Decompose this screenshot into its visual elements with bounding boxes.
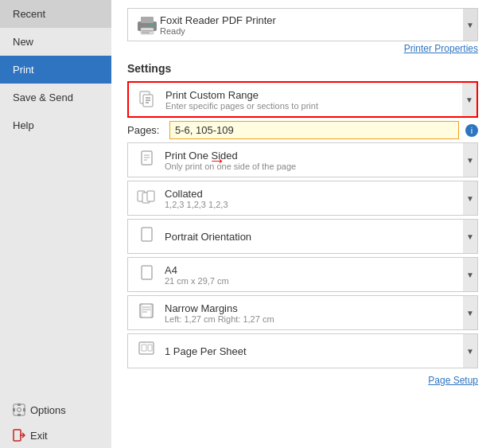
setting-print-sided[interactable]: Print One Sided Only print on one side o… [127,142,478,177]
setting-collated-subtitle: 1,2,3 1,2,3 1,2,3 [165,200,460,209]
svg-rect-28 [140,304,153,317]
svg-rect-4 [13,408,15,411]
sidebar-item-options[interactable]: Options [0,397,111,423]
printer-info: Foxit Reader PDF Printer Ready [160,14,460,36]
gear-icon [13,403,25,416]
svg-rect-5 [23,408,25,411]
svg-rect-26 [142,228,152,241]
margins-dropdown-arrow[interactable]: ▼ [463,296,477,329]
setting-collated-title: Collated [165,188,460,200]
printer-dropdown-arrow[interactable]: ▼ [463,9,477,41]
svg-rect-3 [18,414,21,416]
setting-pages-per-sheet-title: 1 Page Per Sheet [165,345,460,357]
setting-collated-text: Collated 1,2,3 1,2,3 1,2,3 [165,188,460,209]
setting-margins-text: Narrow Margins Left: 1,27 cm Right: 1,27… [165,302,460,324]
svg-rect-36 [148,345,152,351]
pages-per-sheet-icon [134,339,158,363]
setting-pages-per-sheet-text: 1 Page Per Sheet [165,345,460,357]
settings-heading: Settings [127,62,478,75]
setting-pages-per-sheet[interactable]: 1 Page Per Sheet ▼ [127,333,478,368]
pages-input[interactable] [169,121,459,139]
orientation-dropdown-arrow[interactable]: ▼ [463,220,477,253]
collated-dropdown-arrow[interactable]: ▼ [463,181,477,215]
sidebar-item-exit-label: Exit [30,430,48,442]
svg-rect-2 [18,403,21,406]
setting-orientation-title: Portrait Orientation [165,231,460,243]
printer-status: Ready [160,26,460,36]
printer-selector[interactable]: Foxit Reader PDF Printer Ready ▼ [127,8,478,41]
sidebar-item-print[interactable]: Print [0,56,111,84]
sidebar-item-new[interactable]: New [0,28,111,56]
setting-print-range[interactable]: Print Custom Range Enter specific pages … [127,81,478,118]
sidebar-item-recent[interactable]: Recent [0,0,111,28]
print-range-icon [135,88,159,111]
exit-icon [13,429,25,442]
svg-rect-12 [142,30,153,32]
arrow-indicator: → [208,150,226,171]
svg-rect-25 [147,191,154,201]
print-sided-dropdown-arrow[interactable]: ▼ [463,143,477,177]
sidebar-item-exit[interactable]: Exit [0,423,111,448]
setting-margins-subtitle: Left: 1,27 cm Right: 1,27 cm [165,314,460,324]
svg-rect-0 [14,404,25,415]
sidebar: Recent New Print Save & Send Help Option… [0,0,111,448]
pages-label: Pages: [127,124,163,136]
setting-paper-size[interactable]: A4 21 cm x 29,7 cm ▼ [127,257,478,292]
paper-size-dropdown-arrow[interactable]: ▼ [463,258,477,291]
print-range-dropdown-arrow[interactable]: ▼ [462,83,476,116]
setting-paper-size-text: A4 21 cm x 29,7 cm [165,264,460,286]
setting-print-range-text: Print Custom Range Enter specific pages … [165,89,459,111]
printer-icon [134,14,160,36]
sidebar-item-options-label: Options [30,404,66,416]
setting-margins-title: Narrow Margins [165,302,460,314]
svg-rect-27 [142,266,152,279]
svg-rect-9 [141,17,154,23]
setting-orientation-text: Portrait Orientation [165,231,460,243]
margins-icon [134,301,158,325]
paper-size-icon [134,263,158,286]
pages-per-sheet-dropdown-arrow[interactable]: ▼ [463,334,477,368]
setting-print-range-subtitle: Enter specific pages or sections to prin… [165,101,459,111]
svg-rect-6 [14,430,21,441]
setting-orientation[interactable]: Portrait Orientation ▼ [127,219,478,254]
page-setup-link[interactable]: Page Setup [127,375,478,386]
main-content: Foxit Reader PDF Printer Ready ▼ Printer… [111,0,494,448]
setting-paper-size-subtitle: 21 cm x 29,7 cm [165,276,460,286]
printer-name: Foxit Reader PDF Printer [160,14,460,26]
svg-point-1 [18,408,21,412]
pages-row: Pages: i [127,121,478,139]
setting-margins[interactable]: Narrow Margins Left: 1,27 cm Right: 1,27… [127,295,478,330]
svg-rect-13 [142,33,150,34]
svg-rect-11 [150,24,154,25]
sidebar-item-save-send[interactable]: Save & Send [0,84,111,111]
info-icon[interactable]: i [465,124,478,137]
setting-print-range-title: Print Custom Range [165,89,459,101]
sidebar-item-help[interactable]: Help [0,111,111,139]
collated-icon [134,186,158,210]
setting-collated[interactable]: Collated 1,2,3 1,2,3 1,2,3 ▼ [127,181,478,216]
svg-rect-35 [142,345,146,351]
setting-paper-size-title: A4 [165,264,460,276]
print-sided-icon [134,148,158,172]
printer-properties-link[interactable]: Printer Properties [127,43,478,54]
orientation-icon [134,224,158,248]
